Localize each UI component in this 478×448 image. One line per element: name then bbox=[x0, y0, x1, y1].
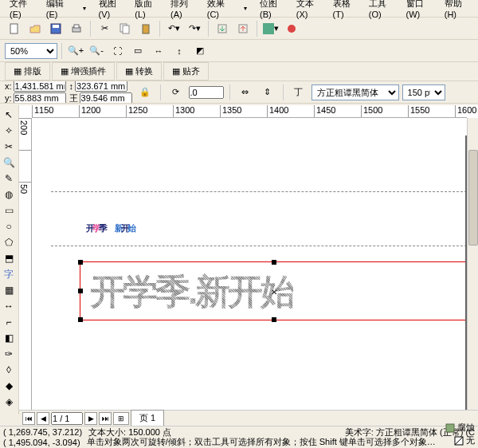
cursor-pos: ( 1,269.745, 37.212) bbox=[3, 427, 82, 437]
svg-rect-2 bbox=[53, 25, 59, 28]
canvas[interactable]: 1150120012501300135014001450150015501600… bbox=[19, 105, 478, 415]
freehand-tool-icon[interactable]: ✎ bbox=[0, 171, 18, 187]
zoom-width-icon[interactable]: ↔ bbox=[149, 41, 168, 61]
outline-tool-icon[interactable]: ◊ bbox=[0, 362, 18, 378]
docker-tab[interactable]: ▦贴齐 bbox=[163, 62, 209, 81]
import-icon[interactable] bbox=[213, 19, 232, 38]
menu-item[interactable]: 窗口(W) bbox=[402, 0, 437, 21]
tab-bar: ▦排版▦增强插件▦转换▦贴齐 bbox=[0, 62, 478, 81]
dimension-tool-icon[interactable]: ↔ bbox=[0, 298, 18, 314]
outline-swatch-label[interactable]: 无 bbox=[466, 434, 475, 446]
pos-y-input[interactable] bbox=[14, 92, 66, 104]
page-tab[interactable]: 页 1 bbox=[131, 410, 164, 426]
font-select[interactable]: 方正粗谭黑简体 bbox=[311, 84, 399, 100]
hint-text: 单击对象两次可旋转/倾斜；双击工具可选择所有对象；按住 Shift 键单击可选择… bbox=[87, 438, 436, 448]
artistic-text-textured[interactable]: 开学季.新开始 bbox=[90, 269, 293, 316]
fill-tool-icon[interactable]: ◆ bbox=[0, 378, 18, 394]
zoom-out-icon[interactable]: 🔍- bbox=[87, 41, 106, 61]
eyedropper-icon[interactable]: ✑ bbox=[0, 346, 18, 362]
scroll-thumb[interactable] bbox=[468, 150, 478, 246]
docker-tab[interactable]: ▦排版 bbox=[5, 62, 50, 81]
menu-item[interactable]: 位图(B) bbox=[255, 0, 288, 21]
height-input[interactable] bbox=[80, 92, 132, 104]
undo-icon[interactable]: ↶▾ bbox=[164, 19, 183, 38]
text-size-info: 文本大小: 150.000 点 bbox=[88, 427, 171, 438]
menu-item[interactable]: 排列(A) bbox=[166, 0, 199, 21]
last-page-button[interactable]: ⏭ bbox=[99, 412, 112, 425]
selection-box[interactable]: 开学季.新开始 ✕ bbox=[80, 261, 468, 320]
export-icon[interactable] bbox=[233, 19, 253, 38]
menu-item[interactable]: 表格(T) bbox=[328, 0, 361, 21]
zoom-tool-icon[interactable]: 🔍 bbox=[0, 155, 18, 171]
menu-item[interactable]: 视图(V) bbox=[94, 0, 127, 21]
mirror-v-icon[interactable]: ⇕ bbox=[258, 83, 277, 102]
rotate-icon: ⟳ bbox=[167, 83, 186, 102]
first-page-button[interactable]: ⏮ bbox=[22, 412, 35, 425]
interactive-tool-icon[interactable]: ◧ bbox=[0, 330, 18, 346]
docker-tab[interactable]: ▦增强插件 bbox=[52, 62, 115, 81]
text-tool-icon: 丁 bbox=[289, 83, 308, 102]
page-number-input[interactable] bbox=[51, 412, 83, 425]
ruler-vertical: 20050 bbox=[19, 118, 32, 415]
zoom-in-icon[interactable]: 🔍+ bbox=[66, 41, 85, 61]
pick-tool-icon[interactable]: ↖ bbox=[0, 107, 18, 123]
redo-icon[interactable]: ↷▾ bbox=[185, 19, 204, 38]
width-input[interactable] bbox=[75, 81, 127, 92]
mirror-h-icon[interactable]: ⇔ bbox=[236, 83, 255, 102]
fill-swatch-label[interactable]: 腐蚀 bbox=[457, 422, 475, 434]
page[interactable]: 开学季 新开始 开学季.新开始 ✕ bbox=[51, 118, 467, 415]
pos-x-input[interactable] bbox=[14, 81, 66, 92]
menu-item[interactable]: 文本(X) bbox=[292, 0, 325, 21]
smart-fill-icon[interactable]: ◍ bbox=[0, 187, 18, 202]
menu-item[interactable]: 版面(L) bbox=[130, 0, 163, 21]
menu-item[interactable]: 文件(E) bbox=[5, 0, 38, 21]
shape-tool-icon[interactable]: ✧ bbox=[0, 123, 18, 139]
paste-icon[interactable] bbox=[136, 19, 155, 38]
copy-icon[interactable] bbox=[116, 19, 135, 38]
menu-item[interactable]: 编辑(E) bbox=[41, 0, 75, 21]
menu-item[interactable]: 效果(C) bbox=[202, 0, 236, 21]
next-page-button[interactable]: ▶ bbox=[84, 412, 97, 425]
zoom-selected-icon[interactable]: ◩ bbox=[190, 41, 210, 61]
app-launcher-icon[interactable]: ▾ bbox=[261, 19, 280, 38]
menu-item[interactable]: 工具(O) bbox=[364, 0, 398, 21]
polygon-tool-icon[interactable]: ⬠ bbox=[0, 234, 18, 250]
toolbox: ↖ ✧ ✂ 🔍 ✎ ◍ ▭ ○ ⬠ ⬒ 字 ▦ ↔ ⌐ ◧ ✑ ◊ ◆ ◈ bbox=[0, 105, 19, 415]
new-icon[interactable] bbox=[5, 19, 24, 38]
add-page-button[interactable]: ⊞ bbox=[113, 412, 129, 425]
scrollbar-vertical[interactable] bbox=[467, 118, 478, 415]
menu-item[interactable]: 帮助(H) bbox=[440, 0, 473, 21]
zoom-height-icon[interactable]: ↕ bbox=[170, 41, 189, 61]
docker-tab[interactable]: ▦转换 bbox=[116, 62, 162, 81]
ellipse-tool-icon[interactable]: ○ bbox=[0, 218, 18, 234]
svg-rect-0 bbox=[10, 24, 18, 33]
zoom-select[interactable]: 50% bbox=[5, 43, 57, 59]
ruler-horizontal: 1150120012501300135014001450150015501600 bbox=[32, 105, 467, 118]
basic-shapes-icon[interactable]: ⬒ bbox=[0, 250, 18, 266]
svg-rect-6 bbox=[123, 26, 129, 33]
rotate-input[interactable] bbox=[189, 86, 224, 99]
cut-icon[interactable]: ✂ bbox=[95, 19, 114, 38]
fontsize-select[interactable]: 150 pt bbox=[402, 84, 445, 100]
open-icon[interactable] bbox=[25, 19, 45, 38]
guideline[interactable] bbox=[51, 246, 467, 246]
print-icon[interactable] bbox=[67, 19, 86, 38]
prev-page-button[interactable]: ◀ bbox=[37, 412, 49, 425]
text-tool-icon[interactable]: 字 bbox=[0, 266, 18, 282]
svg-rect-10 bbox=[263, 23, 274, 34]
table-tool-icon[interactable]: ▦ bbox=[0, 282, 18, 298]
interactive-fill-icon[interactable]: ◈ bbox=[0, 394, 18, 410]
guideline[interactable] bbox=[51, 191, 467, 192]
lock-ratio-icon[interactable]: 🔒 bbox=[135, 83, 155, 102]
crop-tool-icon[interactable]: ✂ bbox=[0, 139, 18, 155]
save-icon[interactable] bbox=[46, 19, 65, 38]
standard-toolbar: ✂ ↶▾ ↷▾ ▾ bbox=[0, 18, 478, 40]
position-controls: x: y: bbox=[5, 81, 66, 104]
rectangle-tool-icon[interactable]: ▭ bbox=[0, 202, 18, 218]
zoom-page-icon[interactable]: ▭ bbox=[128, 41, 147, 61]
artistic-text-colored[interactable]: 开学季 新开始 bbox=[86, 196, 134, 240]
size-controls: ↕ 王 bbox=[69, 81, 132, 104]
welcome-icon[interactable] bbox=[282, 19, 301, 38]
connector-tool-icon[interactable]: ⌐ bbox=[0, 314, 18, 330]
zoom-fit-icon[interactable]: ⛶ bbox=[108, 41, 127, 61]
